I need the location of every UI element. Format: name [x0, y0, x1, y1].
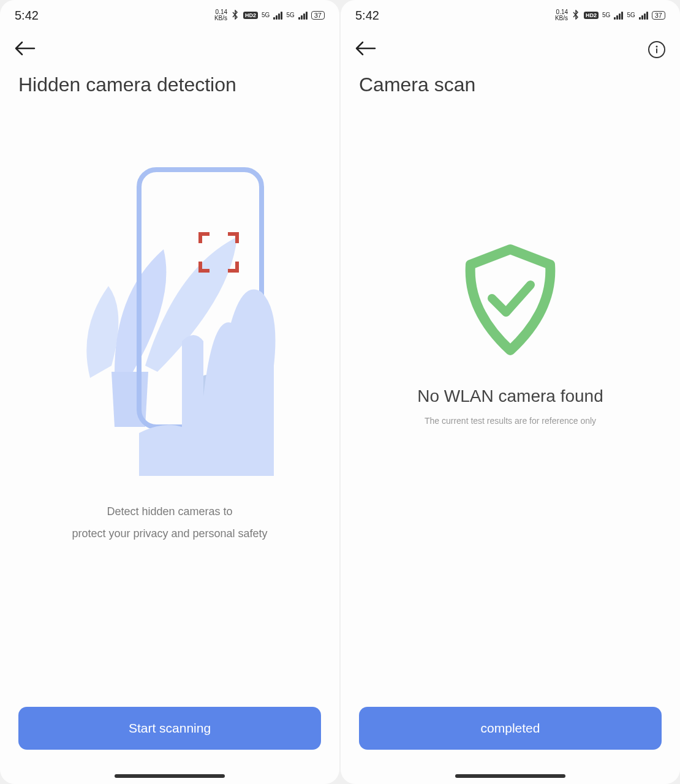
svg-rect-3	[656, 48, 657, 53]
scan-result: No WLAN camera found The current test re…	[417, 243, 603, 426]
status-speed-unit: KB/s	[214, 15, 227, 21]
content-area: 02:36 Detect hidden cameras to protect y…	[0, 96, 339, 707]
bluetooth-icon	[231, 10, 240, 21]
result-title: No WLAN camera found	[417, 386, 603, 406]
status-indicators: 0.14 KB/s HD2 5G 5G 37	[555, 9, 665, 21]
illustration-phone-scan: 02:36	[53, 157, 286, 476]
signal-icon-2	[639, 11, 648, 20]
status-indicators: 0.14 KB/s HD2 5G 5G 37	[214, 9, 325, 21]
back-arrow-icon[interactable]	[355, 40, 376, 59]
screen-hidden-camera-detection: 5:42 0.14 KB/s HD2 5G 5G 37 Hidden camer…	[0, 0, 339, 784]
net-label-1: 5G	[602, 12, 610, 18]
net-label-2: 5G	[627, 12, 635, 18]
net-label-1: 5G	[262, 12, 270, 18]
signal-icon-1	[273, 11, 282, 20]
back-arrow-icon[interactable]	[15, 40, 36, 59]
hd-badge: HD2	[243, 12, 258, 19]
signal-icon-2	[298, 11, 308, 20]
nav-handle[interactable]	[115, 774, 225, 778]
status-time: 5:42	[15, 9, 39, 23]
hd-badge: HD2	[584, 12, 599, 19]
result-subtitle: The current test results are for referen…	[425, 416, 596, 426]
battery-indicator: 37	[652, 11, 665, 20]
nav-handle[interactable]	[455, 774, 565, 778]
header	[0, 31, 339, 59]
status-bar: 5:42 0.14 KB/s HD2 5G 5G 37	[0, 0, 339, 31]
header	[341, 31, 680, 59]
page-title: Camera scan	[341, 59, 680, 96]
svg-point-2	[656, 46, 658, 48]
status-bar: 5:42 0.14 KB/s HD2 5G 5G 37	[341, 0, 680, 31]
net-label-2: 5G	[286, 12, 294, 18]
screen-camera-scan-result: 5:42 0.14 KB/s HD2 5G 5G 37 Camera scan	[341, 0, 680, 784]
start-scanning-button[interactable]: Start scanning	[18, 707, 321, 750]
status-speed-unit: KB/s	[555, 15, 568, 21]
bluetooth-icon	[572, 10, 580, 21]
desc-line-2: protect your privacy and personal safety	[72, 522, 267, 545]
status-time: 5:42	[355, 9, 379, 23]
desc-line-1: Detect hidden cameras to	[72, 500, 267, 522]
signal-icon-1	[614, 11, 623, 20]
completed-button[interactable]: completed	[359, 707, 662, 750]
shield-check-icon	[458, 243, 562, 362]
battery-indicator: 37	[311, 11, 325, 20]
info-icon[interactable]	[648, 41, 665, 58]
page-title: Hidden camera detection	[0, 59, 339, 96]
description-text: Detect hidden cameras to protect your pr…	[72, 500, 267, 545]
content-area: No WLAN camera found The current test re…	[341, 96, 680, 707]
